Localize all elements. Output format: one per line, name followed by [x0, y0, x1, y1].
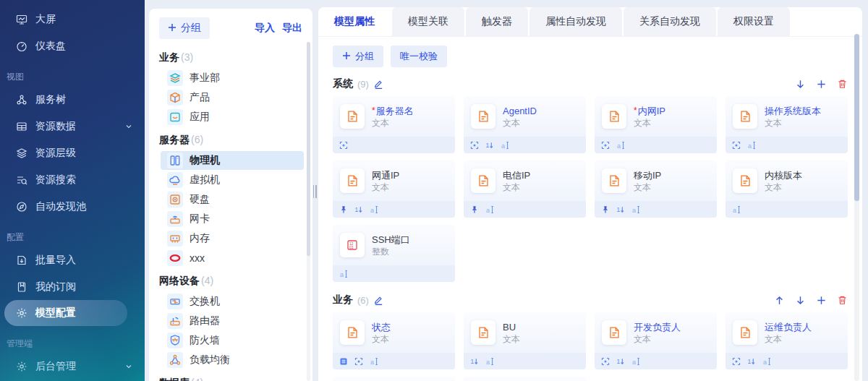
rename-icon[interactable]: a	[501, 141, 509, 150]
scan-icon[interactable]	[732, 141, 741, 150]
sort-icon[interactable]: 1	[485, 141, 494, 150]
tree-item-product[interactable]: 产品	[161, 88, 304, 107]
attribute-card-mobile-ip[interactable]: 移动IP文本1a	[595, 160, 717, 218]
attribute-card-os-version[interactable]: 操作系统版本文本a	[726, 96, 848, 153]
move-up-icon[interactable]	[774, 295, 785, 306]
tree-scrollbar-thumb[interactable]	[307, 42, 310, 256]
delete-section-icon[interactable]	[837, 295, 848, 306]
rename-icon[interactable]: a	[370, 205, 378, 214]
tree-item-physical-machine[interactable]: 物理机	[161, 151, 304, 170]
tree-item-disk[interactable]: 硬盘	[161, 190, 304, 209]
doc-text-icon	[340, 320, 365, 345]
rename-icon[interactable]: a	[485, 357, 494, 366]
section-header-business: 业务(6)	[318, 285, 862, 312]
rename-icon[interactable]: a	[631, 357, 640, 366]
sort-icon[interactable]: 1	[616, 205, 625, 214]
attribute-card-environment[interactable]: 环境文本a	[464, 377, 586, 381]
unique-check-button[interactable]: 唯一校验	[391, 46, 447, 67]
add-attribute-group-button[interactable]: 分组	[333, 46, 383, 67]
tree-item-virtual-machine[interactable]: 虚拟机	[161, 171, 304, 189]
application-icon	[167, 109, 183, 125]
rename-icon[interactable]: a	[616, 141, 625, 150]
scan-icon[interactable]	[339, 141, 348, 150]
scan-icon[interactable]	[601, 357, 610, 366]
tree-item-business-unit[interactable]: 事业部	[161, 69, 304, 87]
tree-item-application[interactable]: 应用	[161, 108, 304, 127]
sidebar-item-batch-import[interactable]: 批量导入	[0, 247, 145, 273]
add-attribute-icon[interactable]	[816, 295, 827, 306]
tree-item-router[interactable]: 路由器	[161, 312, 304, 330]
rename-icon[interactable]: a	[370, 357, 378, 366]
scan-icon[interactable]	[732, 357, 741, 366]
sidebar-item-service-tree[interactable]: 服务树	[0, 86, 145, 113]
export-link[interactable]: 导出	[282, 22, 302, 35]
rename-icon[interactable]: a	[747, 141, 756, 150]
model-detail-panel: 模型属性模型关联触发器属性自动发现关系自动发现权限设置 分组 唯一校验 系统(9…	[318, 7, 862, 381]
tree-item-network-card[interactable]: 网卡	[161, 210, 304, 228]
sort-icon[interactable]: 1	[470, 357, 479, 366]
xxx-icon	[167, 250, 183, 266]
tree-item-switch[interactable]: 交换机	[161, 292, 304, 311]
attribute-card-perm[interactable]: permjson	[333, 377, 455, 381]
rename-icon[interactable]: a	[339, 270, 348, 278]
attribute-card-intranet-ip[interactable]: *内网IP文本a	[595, 96, 717, 153]
scan-icon[interactable]	[470, 141, 479, 150]
sidebar-item-backend-admin[interactable]: 后台管理	[0, 353, 145, 380]
pin-icon[interactable]	[470, 205, 479, 214]
sidebar-item-resource-search[interactable]: 资源搜索	[0, 166, 145, 193]
move-down-icon[interactable]	[795, 295, 806, 306]
attribute-name: 电信IP	[503, 170, 530, 181]
tree-group-count: (3)	[181, 51, 193, 63]
sidebar-section-title: 配置	[0, 231, 145, 244]
sidebar-item-my-subscription[interactable]: 我的订阅	[0, 273, 145, 300]
sort-icon[interactable]: 1	[747, 357, 756, 366]
scan-icon[interactable]	[601, 141, 610, 150]
pin-icon[interactable]	[339, 205, 348, 214]
sidebar-item-dashboard[interactable]: 仪表盘	[0, 33, 145, 59]
panel-resize-handle[interactable]	[312, 185, 317, 198]
add-group-button[interactable]: 分组	[159, 17, 210, 39]
sidebar-item-auto-discovery-pool[interactable]: 自动发现池	[0, 193, 145, 220]
attribute-card-kernel-version[interactable]: 内核版本文本a	[726, 160, 848, 218]
attribute-card-dev-owner[interactable]: 开发负责人文本1a	[595, 312, 717, 369]
attribute-card-status[interactable]: 状态文本a	[333, 312, 455, 369]
tree-item-memory[interactable]: 内存	[161, 229, 304, 248]
tab-trigger[interactable]: 触发器	[466, 7, 528, 36]
attribute-card-agent-id[interactable]: AgentID文本1a	[464, 96, 586, 153]
resource-search-icon	[16, 174, 27, 186]
move-down-icon[interactable]	[795, 79, 806, 90]
import-link[interactable]: 导入	[255, 22, 275, 35]
attribute-card-telecom-ip[interactable]: 电信IP文本a	[464, 160, 586, 218]
main-scrollbar-thumb[interactable]	[854, 34, 859, 201]
tab-relation-auto-discovery[interactable]: 关系自动发现	[624, 7, 716, 36]
doc-text-icon	[602, 320, 626, 345]
add-attribute-icon[interactable]	[816, 79, 827, 90]
tab-model-attribute[interactable]: 模型属性	[318, 7, 391, 36]
sidebar-item-model-config[interactable]: 模型配置	[4, 300, 127, 326]
rename-icon[interactable]: a	[485, 205, 494, 214]
tab-model-relation[interactable]: 模型关联	[392, 7, 464, 36]
list-icon[interactable]	[339, 357, 348, 366]
tab-permission-setting[interactable]: 权限设置	[718, 7, 790, 36]
attribute-card-ssh-port[interactable]: 1203SSH端口整数a	[333, 225, 455, 282]
attribute-card-bu[interactable]: BU文本1a	[464, 312, 586, 369]
tree-item-load-balancer[interactable]: 负载均衡	[161, 351, 304, 369]
sidebar-item-big-screen[interactable]: 大屏	[0, 6, 145, 33]
business-unit-icon	[167, 70, 183, 86]
rename-icon[interactable]: a	[732, 205, 741, 214]
tab-attribute-auto-discovery[interactable]: 属性自动发现	[529, 7, 622, 36]
tree-item-xxx[interactable]: xxx	[161, 249, 304, 267]
rename-icon[interactable]: a	[631, 205, 640, 214]
attribute-card-server-name[interactable]: *服务器名文本	[333, 96, 455, 153]
sidebar-item-resource-level[interactable]: 资源层级	[0, 140, 145, 166]
pin-icon[interactable]	[601, 205, 610, 214]
sidebar-item-resource-data[interactable]: 资源数据	[0, 113, 145, 140]
rename-icon[interactable]: a	[762, 357, 771, 366]
delete-section-icon[interactable]	[837, 79, 848, 90]
attribute-card-ops-owner[interactable]: 运维负责人文本1a	[726, 312, 848, 369]
scan-icon[interactable]	[354, 357, 363, 366]
attribute-card-netcom-ip[interactable]: 网通IP文本1a	[333, 160, 455, 218]
tree-item-firewall[interactable]: 防火墙	[161, 331, 304, 350]
sort-icon[interactable]: 1	[354, 205, 363, 214]
sort-icon[interactable]: 1	[616, 357, 625, 366]
